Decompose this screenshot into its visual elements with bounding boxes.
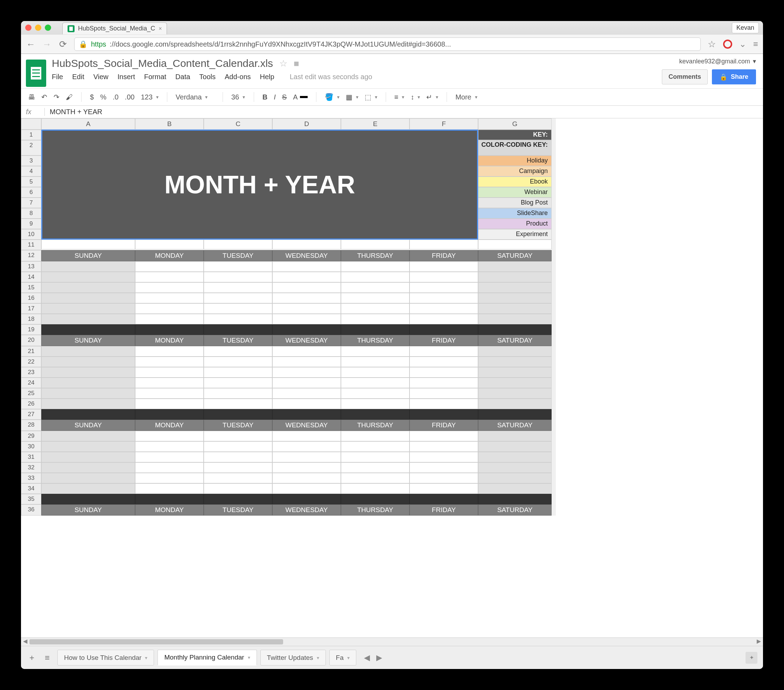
column-header[interactable]: F [410, 118, 478, 130]
menu-icon[interactable]: ≡ [753, 39, 758, 49]
cell[interactable] [135, 473, 204, 484]
format-percent-icon[interactable]: % [100, 93, 106, 101]
cell[interactable] [41, 484, 135, 494]
cell[interactable] [135, 367, 204, 378]
cell[interactable] [410, 367, 478, 378]
key-item-cell[interactable]: Ebook [478, 177, 552, 187]
cell[interactable] [478, 293, 552, 303]
merge-cells-button[interactable]: ⬚ [365, 93, 377, 101]
cell[interactable] [410, 303, 478, 314]
close-window-button[interactable] [25, 25, 31, 31]
menu-insert[interactable]: Insert [118, 73, 135, 81]
explore-button[interactable]: ✦ [746, 652, 758, 664]
day-header-cell[interactable]: SUNDAY [41, 504, 135, 515]
redo-icon[interactable]: ↷ [54, 93, 59, 101]
cell[interactable] [341, 431, 410, 441]
opera-extension-icon[interactable] [723, 40, 732, 49]
cell[interactable] [478, 357, 552, 367]
day-header-cell[interactable]: WEDNESDAY [272, 504, 341, 515]
cell[interactable] [341, 293, 410, 303]
row-header[interactable]: 24 [21, 378, 41, 388]
cell[interactable] [272, 346, 341, 357]
sheets-logo-icon[interactable] [26, 59, 46, 87]
bold-button[interactable]: B [262, 93, 267, 101]
key-item-cell[interactable]: Experiment [478, 229, 552, 239]
day-header-cell[interactable]: MONDAY [135, 504, 204, 515]
cell[interactable] [478, 473, 552, 484]
cell[interactable] [341, 388, 410, 399]
tab-scroll-right-icon[interactable]: ▶ [376, 653, 382, 662]
cell[interactable] [204, 272, 272, 282]
cell[interactable] [204, 388, 272, 399]
cell[interactable] [478, 346, 552, 357]
day-header-cell[interactable]: THURSDAY [341, 419, 410, 431]
cell[interactable] [204, 378, 272, 388]
cell[interactable] [410, 357, 478, 367]
row-header[interactable]: 25 [21, 388, 41, 399]
column-header[interactable]: E [341, 118, 410, 130]
horizontal-align-button[interactable]: ≡ [394, 93, 405, 101]
cell[interactable] [341, 314, 410, 324]
menu-help[interactable]: Help [260, 73, 274, 81]
row-header[interactable]: 15 [21, 282, 41, 293]
cell[interactable] [341, 441, 410, 452]
day-header-cell[interactable]: MONDAY [135, 335, 204, 346]
cell[interactable] [204, 261, 272, 272]
day-header-cell[interactable]: TUESDAY [204, 504, 272, 515]
key-item-cell[interactable]: Product [478, 219, 552, 229]
row-header[interactable]: 4 [21, 166, 41, 177]
cell[interactable] [341, 303, 410, 314]
cell[interactable] [410, 399, 478, 409]
cell[interactable] [272, 261, 341, 272]
day-header-cell[interactable]: FRIDAY [410, 504, 478, 515]
row-header[interactable]: 28 [21, 419, 41, 431]
cell[interactable] [410, 462, 478, 473]
spreadsheet-area[interactable]: ABCDEFG1MONTH + YEARKEY:2COLOR-CODING KE… [21, 118, 763, 637]
cell[interactable] [341, 261, 410, 272]
cell[interactable] [410, 388, 478, 399]
document-title[interactable]: HubSpots_Social_Media_Content_Calendar.x… [52, 58, 273, 69]
star-icon[interactable]: ☆ [279, 58, 287, 69]
cell[interactable] [341, 367, 410, 378]
cell[interactable] [272, 282, 341, 293]
cell[interactable] [135, 239, 204, 249]
column-header[interactable]: G [478, 118, 552, 130]
maximize-window-button[interactable] [45, 25, 51, 31]
cell[interactable] [204, 441, 272, 452]
cell[interactable] [410, 293, 478, 303]
sheet-tab[interactable]: Fa▾ [329, 650, 356, 665]
cell[interactable] [41, 462, 135, 473]
pocket-icon[interactable]: ⌄ [739, 39, 746, 49]
menu-addons[interactable]: Add-ons [225, 73, 251, 81]
day-header-cell[interactable]: SATURDAY [478, 504, 552, 515]
cell[interactable] [135, 378, 204, 388]
cell[interactable] [204, 484, 272, 494]
cell[interactable] [204, 303, 272, 314]
share-button[interactable]: 🔒 Share [712, 69, 756, 84]
cell[interactable] [272, 431, 341, 441]
cell[interactable] [41, 452, 135, 462]
row-header[interactable]: 9 [21, 219, 41, 229]
scroll-track[interactable] [30, 638, 754, 646]
cell[interactable] [410, 473, 478, 484]
cell[interactable] [135, 282, 204, 293]
cell[interactable] [135, 346, 204, 357]
cell[interactable] [135, 357, 204, 367]
cell[interactable] [204, 431, 272, 441]
menu-edit[interactable]: Edit [72, 73, 84, 81]
text-color-button[interactable]: A [293, 93, 307, 101]
cell[interactable] [272, 378, 341, 388]
calendar-title-cell[interactable]: MONTH + YEAR [41, 130, 478, 239]
cell[interactable] [478, 441, 552, 452]
row-header[interactable]: 31 [21, 452, 41, 462]
cell[interactable] [135, 462, 204, 473]
cell[interactable] [41, 357, 135, 367]
day-header-cell[interactable]: MONDAY [135, 250, 204, 261]
cell[interactable] [478, 272, 552, 282]
comments-button[interactable]: Comments [662, 69, 708, 84]
day-header-cell[interactable]: WEDNESDAY [272, 335, 341, 346]
tab-scroll-left-icon[interactable]: ◀ [364, 653, 370, 662]
cell[interactable] [204, 367, 272, 378]
day-header-cell[interactable]: WEDNESDAY [272, 419, 341, 431]
row-header[interactable]: 1 [21, 130, 41, 140]
